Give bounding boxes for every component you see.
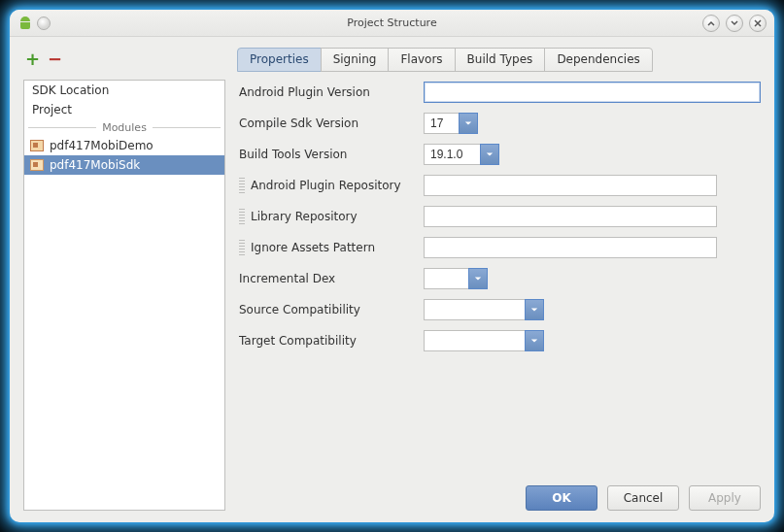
input-build-tools-version[interactable] [424,144,480,165]
input-incremental-dex[interactable] [424,268,468,289]
tab-properties[interactable]: Properties [237,48,322,72]
chevron-down-icon[interactable] [480,144,499,165]
combo-compile-sdk-version[interactable] [424,113,761,134]
input-target-compatibility[interactable] [424,330,525,351]
apply-button[interactable]: Apply [689,485,761,511]
label-compile-sdk-version: Compile Sdk Version [239,113,414,134]
window-title: Project Structure [10,17,774,29]
input-android-plugin-repository[interactable] [424,175,717,196]
sidebar-modules-header: Modules [24,119,224,136]
label-target-compatibility: Target Compatibility [239,330,414,351]
module-item[interactable]: pdf417MobiSdk [24,155,224,175]
module-label: pdf417MobiDemo [50,139,153,152]
label-library-repository: Library Repository [239,206,414,227]
sidebar-item-project[interactable]: Project [24,100,224,119]
chevron-down-icon[interactable] [525,299,544,320]
remove-module-button[interactable]: − [48,50,62,68]
module-icon [30,140,44,151]
titlebar: Project Structure [10,10,774,37]
chevron-down-icon[interactable] [468,268,488,289]
label-incremental-dex: Incremental Dex [239,268,414,289]
module-icon [30,159,44,171]
module-label: pdf417MobiSdk [50,158,140,172]
chevron-down-icon[interactable] [525,330,544,351]
sidebar-item-sdk-location[interactable]: SDK Location [24,81,224,100]
module-item[interactable]: pdf417MobiDemo [24,136,224,155]
input-source-compatibility[interactable] [424,299,525,320]
label-build-tools-version: Build Tools Version [239,144,414,165]
input-ignore-assets-pattern[interactable] [424,237,717,258]
label-android-plugin-version: Android Plugin Version [239,82,414,103]
dialog-button-bar: OK Cancel Apply [239,471,761,511]
combo-target-compatibility[interactable] [424,330,761,351]
input-library-repository[interactable] [424,206,717,227]
combo-incremental-dex[interactable] [424,268,761,289]
tab-bar: Properties Signing Flavors Build Types D… [237,47,761,72]
input-compile-sdk-version[interactable] [424,113,459,134]
tab-flavors[interactable]: Flavors [388,48,455,72]
input-android-plugin-version[interactable] [424,82,761,103]
add-module-button[interactable]: + [25,50,40,68]
sidebar: SDK Location Project Modules pdf417MobiD… [23,80,225,511]
window: Project Structure + − Properties Signing… [10,10,774,522]
tab-dependencies[interactable]: Dependencies [544,48,652,72]
tab-signing[interactable]: Signing [321,48,390,72]
ok-button[interactable]: OK [526,485,597,511]
chevron-down-icon[interactable] [459,113,478,134]
combo-build-tools-version[interactable] [424,144,761,165]
label-ignore-assets-pattern: Ignore Assets Pattern [239,237,414,258]
cancel-button[interactable]: Cancel [607,485,679,511]
properties-form: Android Plugin Version Compile Sdk Versi… [239,80,761,351]
label-android-plugin-repository: Android Plugin Repository [239,175,414,196]
combo-source-compatibility[interactable] [424,299,761,320]
label-source-compatibility: Source Compatibility [239,299,414,320]
tab-build-types[interactable]: Build Types [455,48,546,72]
